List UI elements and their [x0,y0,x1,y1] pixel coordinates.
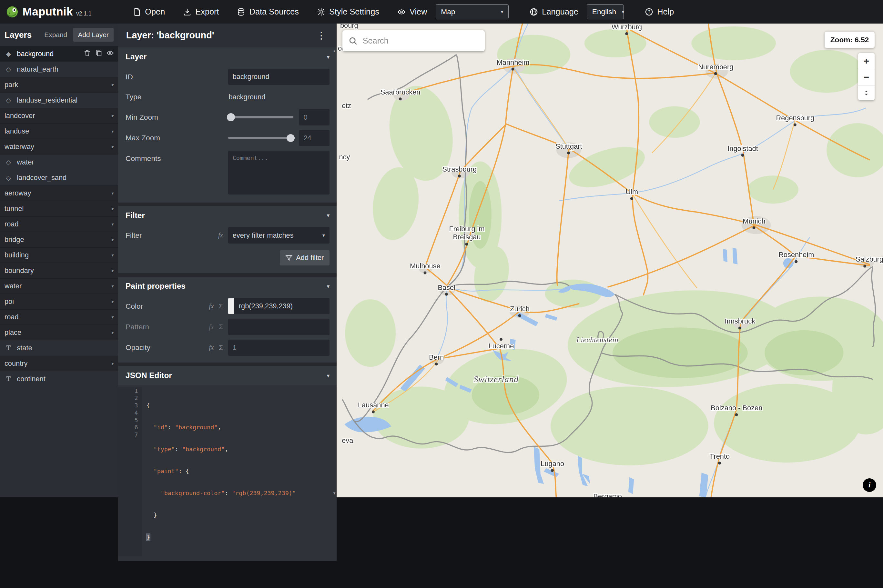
style-settings-menu-item[interactable]: Style Settings [309,7,386,16]
layer-item-state[interactable]: T state [0,340,118,356]
expand-button[interactable]: Expand [41,29,71,41]
section-filter-header[interactable]: Filter ▾ [118,206,336,225]
city-label: Rosenheim [778,250,814,259]
collapse-caret-icon: ▾ [111,361,114,366]
layer-group-landuse[interactable]: landuse ▾ [0,123,118,139]
min-zoom-input[interactable] [299,109,329,125]
city-label: Regensburg [776,114,814,122]
layer-type-icon: ◇ [5,158,12,166]
view-menu-item[interactable]: View [390,7,434,16]
layer-group-place[interactable]: place ▾ [0,325,118,340]
export-menu-item[interactable]: Export [176,7,226,16]
layer-item-natural-earth[interactable]: ◇ natural_earth [0,62,118,77]
help-label: Help [657,7,674,16]
view-mode-select[interactable]: Map ▾ [436,4,509,19]
layer-group-road-2[interactable]: road ▾ [0,309,118,325]
layer-group-country[interactable]: country ▾ [0,356,118,371]
group-label: road [5,313,19,321]
max-zoom-input[interactable] [299,130,329,146]
section-title: Paint properties [126,282,186,291]
layer-group-aeroway[interactable]: aeroway ▾ [0,186,118,201]
group-label: country [5,359,27,368]
group-label: tunnel [5,204,24,213]
slider-thumb[interactable] [227,113,234,121]
layer-menu-kebab-icon[interactable]: ⋮ [314,30,329,41]
map-canvas[interactable]: Wurzburg Mannheim Nuremberg Saarbrücken … [336,24,883,497]
pattern-input[interactable] [228,319,329,335]
city-label: Lucerne [489,342,514,350]
view-mode-value: Map [441,8,455,16]
city-label: Freiburg im Breisgau [442,225,492,241]
section-paint-header[interactable]: Paint properties ▾ [118,277,336,296]
layer-group-water[interactable]: water ▾ [0,278,118,294]
layer-item-continent[interactable]: T continent [0,371,118,387]
fx-expression-icon[interactable]: fx [218,231,223,239]
layer-group-road[interactable]: road ▾ [0,216,118,232]
filter-combiner-select[interactable]: every filter matches ▾ [228,227,329,243]
group-label: poi [5,297,14,306]
data-sources-label: Data Sources [249,7,299,16]
layer-group-boundary[interactable]: boundary ▾ [0,263,118,278]
maputnik-logo [6,5,19,19]
fx-expression-icon[interactable]: fx [209,344,214,352]
language-menu-item[interactable]: Language [522,7,586,16]
min-zoom-slider[interactable] [228,116,293,118]
layer-group-building[interactable]: building ▾ [0,248,118,263]
slider-thumb[interactable] [287,134,294,142]
layer-item-landcover-sand[interactable]: ◇ landcover_sand [0,170,118,186]
add-filter-button[interactable]: Add filter [280,250,329,266]
sigma-data-icon[interactable]: Σ [219,344,223,352]
color-swatch[interactable] [228,298,234,314]
layer-editor-title: Layer: 'background' [126,30,214,40]
layer-group-poi[interactable]: poi ▾ [0,294,118,309]
svg-text:?: ? [648,9,650,15]
zoom-in-button[interactable]: + [858,53,875,69]
data-sources-menu-item[interactable]: Data Sources [230,7,306,16]
language-select[interactable]: English ▾ [587,4,624,19]
help-menu-item[interactable]: ? Help [637,7,681,16]
duplicate-layer-icon[interactable] [95,50,102,59]
sigma-data-icon[interactable]: Σ [219,302,223,310]
attribution-info-button[interactable]: i [863,478,876,492]
sigma-data-icon[interactable]: Σ [219,323,223,331]
group-label: park [5,81,18,89]
open-menu-item[interactable]: Open [125,7,172,16]
partial-city-label: eva [342,436,353,445]
fx-expression-icon[interactable]: fx [209,302,214,310]
scroll-down-icon[interactable]: ▼ [332,491,336,495]
layer-group-landcover[interactable]: landcover ▾ [0,108,118,123]
partial-city-label: etz [342,102,351,110]
layer-group-park[interactable]: park ▾ [0,77,118,93]
scroll-up-icon[interactable]: ▲ [332,49,336,53]
layer-item-background[interactable]: ◆ background [0,46,118,62]
min-zoom-row: Min Zoom [118,107,336,128]
section-title: Layer [126,52,147,61]
color-input[interactable] [234,298,329,314]
section-json-header[interactable]: JSON Editor ▾ [118,366,336,385]
section-layer-header[interactable]: Layer ▾ [118,47,336,66]
layer-item-landuse-residential[interactable]: ◇ landuse_residential [0,93,118,108]
id-input[interactable] [228,69,329,85]
globe-icon [530,8,538,16]
json-code[interactable]: { "id": "background", "type": "backgroun… [142,387,296,556]
layer-group-waterway[interactable]: waterway ▾ [0,139,118,154]
layer-group-bridge[interactable]: bridge ▾ [0,232,118,248]
zoom-out-button[interactable]: − [858,69,875,86]
fx-expression-icon[interactable]: fx [209,323,214,331]
collapse-caret-icon: ▾ [111,330,114,335]
collapse-caret-icon: ▾ [111,190,114,196]
language-value: English [592,8,616,16]
comments-textarea[interactable] [228,151,329,195]
search-input[interactable] [363,36,479,45]
delete-layer-icon[interactable] [84,50,91,59]
visibility-eye-icon[interactable] [107,50,114,59]
opacity-input[interactable] [228,340,329,356]
json-code-editor[interactable]: 1 2 3 4 5 6 7 { "id": "background", "typ… [118,385,336,561]
type-value[interactable]: background [228,93,266,101]
city-label: Ingolstadt [727,144,758,153]
pitch-toggle-button[interactable] [858,86,875,100]
layer-item-water[interactable]: ◇ water [0,154,118,170]
layer-group-tunnel[interactable]: tunnel ▾ [0,201,118,216]
max-zoom-slider[interactable] [228,137,293,139]
add-layer-button[interactable]: Add Layer [73,28,114,41]
